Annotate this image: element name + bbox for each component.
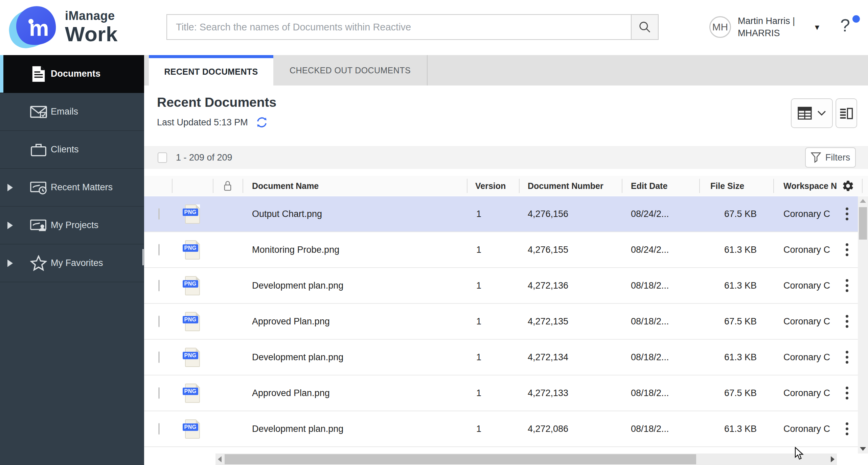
- table-row[interactable]: PNG Output Chart.png 1 4,276,156 08/24/2…: [144, 196, 858, 232]
- last-updated-text: Last Updated 5:13 PM: [157, 117, 248, 128]
- table-row[interactable]: PNG Approved Plan.png 1 4,272,135 08/18/…: [144, 304, 858, 340]
- file-size: 67.5 KB: [699, 316, 773, 327]
- table-view-dropdown-button[interactable]: [791, 98, 833, 128]
- file-size: 61.3 KB: [699, 280, 773, 291]
- header-version[interactable]: Version: [467, 176, 519, 196]
- header-document-name[interactable]: Document Name: [243, 176, 467, 196]
- tab-recent-documents[interactable]: RECENT DOCUMENTS: [149, 55, 273, 85]
- document-name[interactable]: Development plan.png: [243, 280, 467, 291]
- sidebar-item-my-favorites[interactable]: My Favorites: [0, 244, 144, 282]
- search-input[interactable]: [167, 15, 631, 39]
- row-checkbox[interactable]: [158, 244, 160, 255]
- file-size: 61.3 KB: [699, 424, 773, 434]
- last-updated-line: Last Updated 5:13 PM: [157, 116, 268, 129]
- row-menu-icon[interactable]: [844, 420, 850, 437]
- row-menu-icon[interactable]: [844, 349, 850, 366]
- row-menu-icon[interactable]: [844, 205, 850, 222]
- sidebar-item-label: Clients: [51, 144, 79, 155]
- row-menu-icon[interactable]: [844, 277, 850, 294]
- row-checkbox[interactable]: [158, 280, 160, 291]
- imanage-work-app: m iManage Work MH Martin Harris | MHARRI…: [0, 0, 868, 465]
- document-name[interactable]: Monitoring Probe.png: [243, 245, 467, 255]
- expand-arrow-icon[interactable]: [7, 184, 13, 191]
- document-name[interactable]: Approved Plan.png: [243, 388, 467, 398]
- avatar[interactable]: MH: [709, 16, 731, 38]
- table-row[interactable]: PNG Development plan.png 1 4,272,086 08/…: [144, 411, 858, 447]
- header-edit-date[interactable]: Edit Date: [622, 176, 699, 196]
- refresh-button[interactable]: [255, 116, 268, 129]
- document-name[interactable]: Output Chart.png: [243, 209, 467, 219]
- table-header: Document Name Version Document Number Ed…: [144, 176, 868, 196]
- logo-blob-icon: m: [9, 4, 60, 50]
- edit-date: 08/18/2...: [622, 424, 699, 434]
- document-version: 1: [467, 280, 519, 291]
- row-menu-icon[interactable]: [844, 313, 850, 330]
- document-version: 1: [467, 352, 519, 363]
- brand-text: iManage Work: [65, 9, 118, 45]
- document-name[interactable]: Development plan.png: [243, 352, 467, 363]
- table-row[interactable]: PNG Development plan.png 1 4,272,134 08/…: [144, 340, 858, 375]
- user-menu-caret-icon[interactable]: ▾: [815, 22, 819, 32]
- row-checkbox[interactable]: [158, 208, 160, 220]
- side-panel-icon: [840, 107, 853, 120]
- vertical-scrollbar-thumb[interactable]: [859, 207, 867, 240]
- document-version: 1: [467, 388, 519, 398]
- edit-date: 08/18/2...: [622, 352, 699, 363]
- sidebar-item-documents[interactable]: Documents: [0, 55, 144, 93]
- gear-icon: [842, 179, 854, 192]
- table-row[interactable]: PNG Development plan.png 1 4,272,136 08/…: [144, 268, 858, 304]
- expand-arrow-icon[interactable]: [7, 222, 13, 229]
- horizontal-scrollbar-thumb[interactable]: [225, 454, 696, 464]
- row-checkbox[interactable]: [158, 423, 160, 435]
- scroll-left-arrow-icon[interactable]: [218, 456, 222, 462]
- png-file-icon: PNG: [185, 204, 200, 224]
- header-file-size[interactable]: File Size: [699, 176, 773, 196]
- sidebar-item-recent-matters[interactable]: Recent Matters: [0, 169, 144, 206]
- row-checkbox[interactable]: [158, 387, 160, 399]
- star-icon: [30, 254, 47, 272]
- expand-arrow-icon[interactable]: [7, 260, 13, 267]
- sidebar-item-clients[interactable]: Clients: [0, 131, 144, 169]
- header-document-number[interactable]: Document Number: [519, 176, 622, 196]
- scroll-up-arrow-icon[interactable]: [860, 199, 866, 203]
- scroll-down-arrow-icon[interactable]: [860, 447, 866, 451]
- select-all-checkbox[interactable]: [158, 152, 167, 163]
- help-icon: ?: [840, 16, 850, 35]
- column-settings-button[interactable]: [842, 179, 854, 192]
- page-title: Recent Documents: [157, 95, 276, 110]
- document-version: 1: [467, 316, 519, 327]
- header-lock-column[interactable]: [213, 176, 243, 196]
- side-panel-toggle-button[interactable]: [836, 98, 857, 128]
- png-file-icon: PNG: [185, 384, 200, 403]
- horizontal-scrollbar[interactable]: [215, 454, 837, 465]
- sidebar-item-label: My Projects: [51, 220, 98, 230]
- edit-date: 08/18/2...: [622, 316, 699, 327]
- sidebar-item-my-projects[interactable]: My Projects: [0, 206, 144, 244]
- refresh-icon: [255, 116, 268, 129]
- document-icon: [30, 65, 47, 83]
- sidebar-item-label: Recent Matters: [51, 182, 113, 193]
- filters-button[interactable]: Filters: [805, 147, 856, 168]
- edit-date: 08/18/2...: [622, 280, 699, 291]
- table-row[interactable]: PNG Approved Plan.png 1 4,272,133 08/18/…: [144, 375, 858, 411]
- search-button[interactable]: [631, 15, 658, 39]
- document-name[interactable]: Development plan.png: [243, 424, 467, 434]
- row-checkbox[interactable]: [158, 351, 160, 363]
- document-name[interactable]: Approved Plan.png: [243, 316, 467, 327]
- search-bar: [166, 14, 659, 40]
- row-checkbox[interactable]: [158, 316, 160, 327]
- top-bar: m iManage Work MH Martin Harris | MHARRI…: [0, 0, 868, 55]
- vertical-scrollbar[interactable]: [858, 196, 868, 454]
- main-content: RECENT DOCUMENTS CHECKED OUT DOCUMENTS R…: [144, 55, 868, 465]
- tab-checked-out-documents[interactable]: CHECKED OUT DOCUMENTS: [273, 55, 428, 85]
- table-view-icon: [798, 107, 812, 120]
- table-row[interactable]: PNG Monitoring Probe.png 1 4,276,155 08/…: [144, 232, 858, 268]
- help-button[interactable]: ?: [840, 15, 857, 39]
- sidebar-item-emails[interactable]: Emails: [0, 93, 144, 131]
- sidebar-resize-handle[interactable]: [142, 249, 144, 265]
- png-file-icon: PNG: [185, 419, 200, 439]
- row-menu-icon[interactable]: [844, 385, 850, 401]
- row-menu-icon[interactable]: [844, 241, 850, 258]
- scroll-right-arrow-icon[interactable]: [831, 456, 835, 462]
- imanage-work-logo[interactable]: m iManage Work: [9, 4, 118, 50]
